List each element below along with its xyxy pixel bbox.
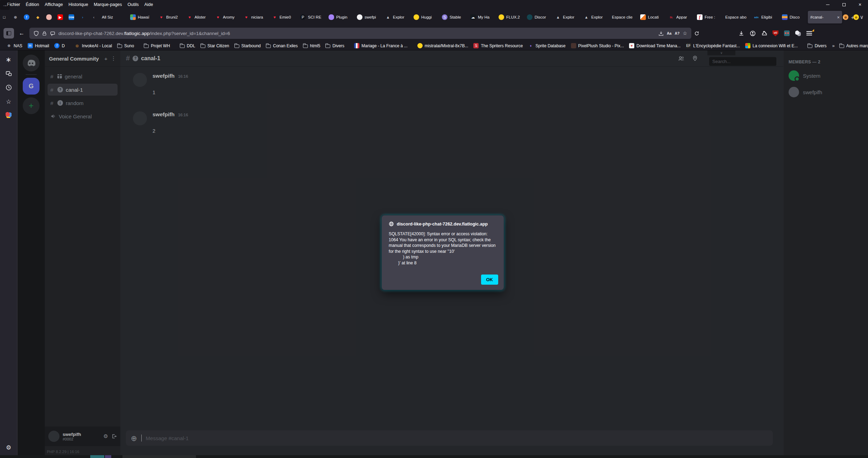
browser-tab[interactable]: ♥ Emie0 <box>269 11 297 23</box>
browser-tab[interactable]: ☁ My Ha <box>468 11 495 23</box>
bookmark-item[interactable]: mistralai/Mixtral-8x7B... <box>415 42 471 49</box>
extension-icon[interactable] <box>784 30 790 36</box>
bookmark-item[interactable]: La connexion Wifi et E... <box>743 42 800 49</box>
menu-item[interactable]: Outils <box>125 1 142 8</box>
browser-tab[interactable]: ▶ <box>57 11 68 23</box>
browser-tab[interactable]: f Free : <box>694 11 722 23</box>
close-button[interactable]: × <box>852 0 868 9</box>
bookmark-item[interactable]: » <box>831 42 836 49</box>
bookmark-item[interactable]: EF L'Encyclopédie Fantast... <box>684 42 742 49</box>
browser-tab[interactable]: ♥ Aromy <box>213 11 240 23</box>
bookmark-item[interactable]: ♦ Sprite Database <box>526 42 567 49</box>
browser-tab[interactable]: Espace clie <box>609 11 637 23</box>
menu-item[interactable]: Affichage <box>42 1 66 8</box>
bookmark-item[interactable]: S The Spriters Resource <box>471 42 525 49</box>
bookmark-item[interactable]: ✉ Hotmail <box>26 42 51 49</box>
tab-favicon: ▶ <box>57 14 63 20</box>
browser-tab[interactable]: Disco <box>779 11 807 23</box>
browser-tab[interactable]: Plugin <box>326 11 354 23</box>
url-bar[interactable]: discord-like-php-chat-7262.dev.flatlogic… <box>29 28 691 39</box>
new-tab-button[interactable]: + <box>848 12 857 23</box>
browser-tab[interactable]: □ <box>1 11 12 23</box>
menu-item[interactable]: Édition <box>23 1 42 8</box>
bookmark-item[interactable]: DDL <box>178 43 197 49</box>
browser-tab[interactable]: S Stable <box>439 11 467 23</box>
save-page-icon[interactable] <box>658 31 664 36</box>
browser-tab[interactable]: ▲ Explor <box>383 11 410 23</box>
browser-tab[interactable]: ‹ <box>91 11 99 23</box>
browser-tab[interactable]: ♥ niciara <box>241 11 269 23</box>
forward-button[interactable]: → <box>0 0 10 10</box>
reload-icon[interactable] <box>694 31 699 36</box>
bookmark-item[interactable]: Conan Exiles <box>264 43 300 49</box>
browser-tab[interactable]: ▲ Explor <box>553 11 580 23</box>
tab-scroll-right-button[interactable]: › <box>839 12 848 23</box>
ok-button[interactable]: OK <box>481 275 499 285</box>
browser-tab[interactable]: ⊕ <box>13 11 23 23</box>
bookmark-star-icon[interactable]: ☆ <box>683 30 687 36</box>
browser-tab[interactable]: Hawaï <box>128 11 155 23</box>
bookmark-item[interactable]: Autres marque-pages <box>837 43 868 49</box>
bookmark-item[interactable]: Divers <box>805 43 828 49</box>
maximize-button[interactable] <box>836 0 852 9</box>
browser-tab[interactable]: f <box>24 11 34 23</box>
list-tabs-button[interactable]: ∨ <box>857 12 866 23</box>
dictionary-icon[interactable]: A? <box>675 31 679 35</box>
browser-tab[interactable]: Locati <box>638 11 665 23</box>
translate-icon[interactable]: Aa <box>667 31 671 35</box>
bookmark-item[interactable]: ◎ InvokeAI - Local <box>72 42 114 49</box>
browser-tab[interactable]: swefpi <box>354 11 382 23</box>
browser-tab[interactable]: #canal- × <box>808 11 842 23</box>
bookmark-item[interactable]: f D <box>52 42 67 49</box>
menu-item[interactable]: Historique <box>66 1 91 8</box>
lock-icon[interactable] <box>42 31 47 36</box>
synced-tabs-icon[interactable] <box>5 70 12 77</box>
bookmark-item[interactable]: Mariage - La France à ... <box>352 42 409 49</box>
browser-tab[interactable]: ▲ Explor <box>581 11 609 23</box>
browser-tab[interactable]: P SCI RE <box>298 11 325 23</box>
browser-tab[interactable]: All Siz <box>99 11 127 23</box>
bookmark-item[interactable]: Starbound <box>232 43 263 49</box>
app-menu-icon[interactable] <box>806 31 812 35</box>
menu-item[interactable]: Aide <box>142 1 156 8</box>
extension-colorful-icon[interactable] <box>6 112 12 118</box>
bookmark-item[interactable]: ⊕ NAS <box>4 42 24 49</box>
bookmark-item[interactable]: Suno <box>115 43 136 49</box>
browser-tab[interactable] <box>46 11 57 23</box>
bookmarks-star-icon[interactable]: ☆ <box>5 98 12 105</box>
bookmark-item[interactable]: Divers <box>323 43 346 49</box>
browser-tab[interactable]: SL Appar <box>666 11 694 23</box>
browser-tab[interactable]: ◆ <box>35 11 45 23</box>
extension-icon-2[interactable] <box>795 30 801 36</box>
tab-favicon: ◆ <box>35 14 41 20</box>
sidebar-toggle-button[interactable] <box>3 28 14 39</box>
minimize-button[interactable] <box>820 0 836 9</box>
browser-tab[interactable]: DSM <box>69 11 79 23</box>
account-icon[interactable] <box>750 30 756 36</box>
bookmark-item[interactable]: PixelPlush Studio - Pix... <box>569 42 626 49</box>
sidebar-settings-gear-icon[interactable]: ⚙ <box>5 444 12 451</box>
browser-tab[interactable]: adn Eligibi <box>751 11 779 23</box>
bookmark-item[interactable]: Star Citizen <box>198 43 231 49</box>
history-clock-icon[interactable] <box>5 84 12 91</box>
browser-tab[interactable]: ♥ Bruni2 <box>156 11 184 23</box>
browser-tab[interactable]: Discor <box>524 11 552 23</box>
browser-tab[interactable]: FLUX.2 <box>496 11 524 23</box>
browser-tab[interactable]: Espace abo <box>723 11 750 23</box>
tab-favicon: S <box>442 14 447 20</box>
bookmark-item[interactable]: ♥ Download Time Mana... <box>627 42 683 49</box>
bookmark-item[interactable]: html5 <box>301 43 322 49</box>
shield-icon[interactable] <box>34 31 39 36</box>
browser-tab[interactable]: › <box>80 11 90 23</box>
url-text[interactable]: discord-like-php-chat-7262.dev.flatlogic… <box>58 31 655 36</box>
bookmark-item[interactable]: Projet WH <box>142 43 172 49</box>
downloads-icon[interactable] <box>739 30 744 36</box>
browser-tab[interactable]: Huggi <box>411 11 439 23</box>
extensions-puzzle-icon[interactable] <box>761 30 767 36</box>
permissions-icon[interactable] <box>50 31 55 36</box>
ai-chatbot-icon[interactable]: ∗ <box>5 56 12 63</box>
back-button[interactable]: ← <box>17 28 27 38</box>
ublock-origin-icon[interactable]: uO <box>772 30 778 36</box>
browser-tab[interactable]: ♥ Alister <box>184 11 212 23</box>
menu-item[interactable]: Marque-pages <box>91 1 125 8</box>
